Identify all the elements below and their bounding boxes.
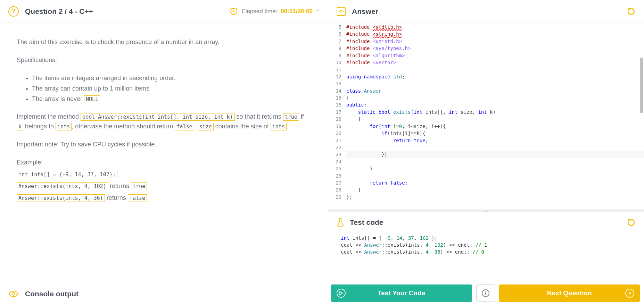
chevron-right-icon [625, 289, 634, 298]
code-line[interactable]: 12using namespace std; [328, 73, 644, 80]
code-k: k [17, 123, 23, 130]
next-button-label: Next Question [547, 289, 592, 297]
next-question-button[interactable]: Next Question [499, 284, 640, 302]
code-line[interactable]: 27 return false; [328, 179, 644, 186]
code-line[interactable]: 16public: [328, 101, 644, 108]
code-editor[interactable]: 5#include <stdlib.h>6#include <string.h>… [328, 23, 644, 210]
code-ints2: ints [271, 123, 287, 130]
code-line[interactable]: 19 for(int i=0; i<size; i++){ [328, 123, 644, 130]
right-pane: <> Answer 5#include <stdlib.h>6#include … [328, 0, 644, 306]
intro-text: The aim of this exercise is to check the… [17, 37, 311, 47]
action-bar: Test Your Code Next Question [328, 281, 644, 306]
answer-title: Answer [352, 7, 620, 16]
code-line[interactable]: 7#include <unistd.h> [328, 38, 644, 45]
code-icon: <> [337, 7, 346, 16]
code-line[interactable]: 23 }| [328, 151, 644, 158]
question-header: ? Question 2 / 4 - C++ Elapsed time: 00:… [0, 0, 328, 23]
scrollbar-thumb[interactable] [640, 58, 643, 113]
code-line[interactable]: 5#include <stdlib.h> [328, 24, 644, 31]
important-note: Important note: Try to save CPU cycles i… [17, 140, 311, 150]
code-null: NULL [84, 95, 100, 103]
eye-icon [8, 290, 19, 297]
question-mark-icon: ? [8, 6, 19, 17]
code-line[interactable]: 10#include <vector> [328, 59, 644, 66]
example-code-1: int ints[] = {-9, 14, 37, 102}; [17, 171, 117, 178]
example-block: Example: int ints[] = {-9, 14, 37, 102};… [17, 158, 311, 203]
code-line[interactable]: 24 [328, 158, 644, 165]
example-code-3: Answer::exists(ints, 4, 36) [17, 194, 105, 202]
answer-header: <> Answer [328, 0, 644, 23]
timer-icon [230, 7, 238, 16]
code-line[interactable]: 20 if(ints[i]==k){ [328, 130, 644, 137]
timer-toggle[interactable]: Elapsed time: 00:51/20:00 ⌃ [221, 0, 320, 23]
test-code-header: Test code [328, 212, 644, 232]
test-your-code-button[interactable]: Test Your Code [331, 284, 472, 302]
code-line[interactable]: 26 [328, 172, 644, 179]
example-result-2: true [131, 182, 147, 190]
play-icon [337, 289, 346, 298]
code-line[interactable]: 22 [328, 144, 644, 151]
svg-point-1 [12, 292, 15, 295]
spec-item: The array can contain up to 1 million it… [32, 84, 311, 94]
console-title: Console output [25, 290, 79, 298]
spec-label: Specifications: [17, 56, 311, 65]
code-true: true [283, 113, 299, 121]
left-pane: ? Question 2 / 4 - C++ Elapsed time: 00:… [0, 0, 328, 306]
code-line[interactable]: 13 [328, 80, 644, 87]
test-button-label: Test Your Code [378, 289, 425, 297]
code-line[interactable]: 25 } [328, 165, 644, 172]
elapsed-label: Elapsed time: [241, 8, 277, 15]
code-line[interactable]: 6#include <string.h> [328, 31, 644, 37]
example-label: Example: [17, 158, 311, 168]
code-line[interactable]: 11 [328, 66, 644, 73]
code-false: false [175, 123, 194, 130]
code-line[interactable]: 29}; [328, 194, 644, 201]
elapsed-value: 00:51/20:00 [281, 8, 313, 15]
flask-icon [337, 218, 344, 227]
code-line[interactable]: 17 static bool exists(int ints[], int si… [328, 109, 644, 116]
reset-test-icon[interactable] [627, 218, 636, 227]
example-code-2: Answer::exists(ints, 4, 102) [17, 182, 108, 190]
spec-item: The array is never NULL [32, 94, 311, 104]
code-signature: bool Answer::exists(int ints[], int size… [81, 113, 234, 121]
implement-paragraph: Implement the method bool Answer::exists… [17, 112, 311, 131]
reset-icon[interactable] [627, 7, 636, 16]
code-line[interactable]: 9#include <algorithm> [328, 52, 644, 59]
spec-list: The items are integers arranged in ascen… [32, 74, 311, 104]
code-line[interactable]: 18 { [328, 116, 644, 122]
spec-item: The items are integers arranged in ascen… [32, 74, 311, 83]
test-code-editor[interactable]: int ints[] = { -9, 14, 37, 102 }; cout <… [328, 232, 644, 281]
test-code-title: Test code [350, 218, 621, 227]
code-line[interactable]: 14class Answer [328, 87, 644, 94]
code-size: size [198, 123, 214, 130]
console-output-bar[interactable]: Console output [0, 281, 328, 306]
info-button[interactable] [476, 284, 495, 302]
example-result-3: false [128, 194, 147, 202]
question-title: Question 2 / 4 - C++ [25, 7, 221, 16]
code-line[interactable]: 8#include <sys/types.h> [328, 45, 644, 52]
problem-statement: The aim of this exercise is to check the… [0, 23, 328, 281]
code-line[interactable]: 15{ [328, 94, 644, 101]
horizontal-splitter[interactable]: ═══ [328, 210, 644, 212]
chevron-up-icon: ⌃ [316, 9, 320, 14]
code-line[interactable]: 28 } [328, 186, 644, 193]
code-ints: ints [56, 123, 72, 130]
code-line[interactable]: 21 return true; [328, 137, 644, 144]
